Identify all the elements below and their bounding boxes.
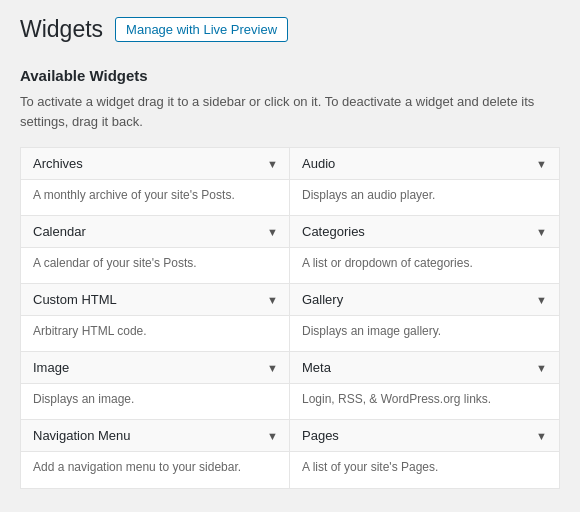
widget-header[interactable]: Navigation Menu▼ xyxy=(21,420,290,452)
section-title: Available Widgets xyxy=(20,67,560,84)
widget-header[interactable]: Gallery▼ xyxy=(290,284,559,316)
widget-item: Image▼Displays an image. xyxy=(20,351,291,421)
chevron-down-icon: ▼ xyxy=(267,294,278,306)
widget-item: Gallery▼Displays an image gallery. xyxy=(289,283,560,353)
page-title: Widgets xyxy=(20,16,103,43)
widget-name: Archives xyxy=(33,156,83,171)
chevron-down-icon: ▼ xyxy=(536,158,547,170)
widget-description: A calendar of your site's Posts. xyxy=(21,248,290,284)
chevron-down-icon: ▼ xyxy=(267,430,278,442)
widget-header[interactable]: Image▼ xyxy=(21,352,290,384)
widget-header[interactable]: Custom HTML▼ xyxy=(21,284,290,316)
chevron-down-icon: ▼ xyxy=(536,226,547,238)
widget-item: Calendar▼A calendar of your site's Posts… xyxy=(20,215,291,285)
widget-name: Navigation Menu xyxy=(33,428,131,443)
chevron-down-icon: ▼ xyxy=(267,158,278,170)
manage-preview-button[interactable]: Manage with Live Preview xyxy=(115,17,288,42)
widget-description: Displays an image. xyxy=(21,384,290,420)
widget-description: Displays an image gallery. xyxy=(290,316,559,352)
widget-item: Meta▼Login, RSS, & WordPress.org links. xyxy=(289,351,560,421)
section-description: To activate a widget drag it to a sideba… xyxy=(20,92,560,131)
widget-header[interactable]: Categories▼ xyxy=(290,216,559,248)
widget-description: A list or dropdown of categories. xyxy=(290,248,559,284)
widget-name: Custom HTML xyxy=(33,292,117,307)
widget-name: Meta xyxy=(302,360,331,375)
page-header: Widgets Manage with Live Preview xyxy=(20,16,560,43)
widget-name: Pages xyxy=(302,428,339,443)
widget-description: Add a navigation menu to your sidebar. xyxy=(21,452,290,488)
chevron-down-icon: ▼ xyxy=(267,362,278,374)
widget-name: Calendar xyxy=(33,224,86,239)
widget-name: Categories xyxy=(302,224,365,239)
widget-description: Login, RSS, & WordPress.org links. xyxy=(290,384,559,420)
widget-description: A monthly archive of your site's Posts. xyxy=(21,180,290,216)
widget-item: Custom HTML▼Arbitrary HTML code. xyxy=(20,283,291,353)
widget-description: Displays an audio player. xyxy=(290,180,559,216)
chevron-down-icon: ▼ xyxy=(267,226,278,238)
widget-description: Arbitrary HTML code. xyxy=(21,316,290,352)
widgets-grid: Archives▼A monthly archive of your site'… xyxy=(20,147,560,489)
chevron-down-icon: ▼ xyxy=(536,430,547,442)
available-widgets-section: Available Widgets To activate a widget d… xyxy=(20,67,560,131)
widget-header[interactable]: Pages▼ xyxy=(290,420,559,452)
widget-item: Audio▼Displays an audio player. xyxy=(289,147,560,217)
widget-item: Archives▼A monthly archive of your site'… xyxy=(20,147,291,217)
widget-item: Pages▼A list of your site's Pages. xyxy=(289,419,560,489)
widget-header[interactable]: Audio▼ xyxy=(290,148,559,180)
widget-header[interactable]: Archives▼ xyxy=(21,148,290,180)
widget-item: Categories▼A list or dropdown of categor… xyxy=(289,215,560,285)
widget-name: Image xyxy=(33,360,69,375)
chevron-down-icon: ▼ xyxy=(536,294,547,306)
widget-header[interactable]: Meta▼ xyxy=(290,352,559,384)
chevron-down-icon: ▼ xyxy=(536,362,547,374)
widget-name: Audio xyxy=(302,156,335,171)
widget-name: Gallery xyxy=(302,292,343,307)
widget-item: Navigation Menu▼Add a navigation menu to… xyxy=(20,419,291,489)
widget-header[interactable]: Calendar▼ xyxy=(21,216,290,248)
widget-description: A list of your site's Pages. xyxy=(290,452,559,488)
